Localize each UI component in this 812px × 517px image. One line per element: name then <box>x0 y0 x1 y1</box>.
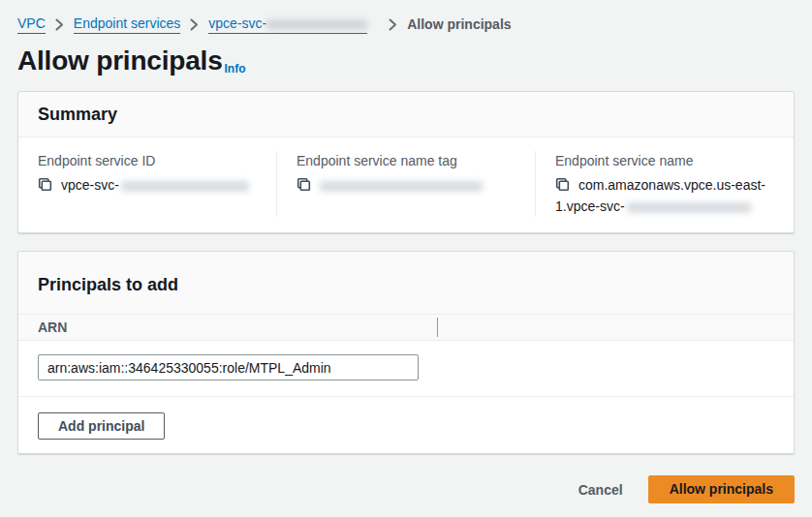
summary-field-endpoint-service-name-tag: Endpoint service name tag <box>276 151 535 217</box>
field-value: vpce-svc- <box>38 174 257 196</box>
breadcrumb-separator-icon <box>55 18 64 31</box>
arn-input[interactable] <box>38 354 419 380</box>
field-value-text: vpce-svc- <box>61 177 119 193</box>
service-id-prefix: vpce-svc- <box>208 15 266 31</box>
breadcrumb-service-id-link[interactable]: vpce-svc- <box>208 15 367 34</box>
principals-table-header: ARN <box>18 315 794 341</box>
arn-input-row <box>18 341 794 397</box>
page-title-row: Allow principals Info <box>17 46 795 76</box>
add-principal-button[interactable]: Add principal <box>38 412 165 440</box>
redacted-value <box>627 202 751 213</box>
breadcrumb-endpoint-services-link[interactable]: Endpoint services <box>74 15 181 34</box>
redacted-service-id <box>266 19 367 30</box>
info-link[interactable]: Info <box>225 61 246 76</box>
allow-principals-button[interactable]: Allow principals <box>648 475 795 503</box>
principals-title: Principals to add <box>38 274 774 295</box>
cancel-button[interactable]: Cancel <box>563 475 639 503</box>
field-value: com.amazonaws.vpce.us-east-1.vpce-svc- <box>555 174 774 217</box>
summary-field-endpoint-service-id: Endpoint service ID vpce-svc- <box>18 151 276 217</box>
summary-body: Endpoint service ID vpce-svc- Endpoint s… <box>18 137 794 232</box>
breadcrumb-current: Allow principals <box>407 15 511 33</box>
summary-card: Summary Endpoint service ID vpce-svc- En… <box>17 91 795 233</box>
arn-column-header: ARN <box>38 319 67 335</box>
footer-actions: Cancel Allow principals <box>17 454 795 517</box>
redacted-value <box>121 181 249 192</box>
breadcrumb-vpc-link[interactable]: VPC <box>17 15 46 34</box>
summary-field-endpoint-service-name: Endpoint service name com.amazonaws.vpce… <box>535 151 794 217</box>
copy-icon[interactable] <box>555 177 570 192</box>
field-label: Endpoint service name tag <box>297 151 515 170</box>
breadcrumb-separator-icon <box>389 18 397 31</box>
allow-principals-page: VPC Endpoint services vpce-svc- Allow pr… <box>0 0 812 517</box>
field-value <box>297 174 515 196</box>
field-label: Endpoint service name <box>555 151 774 170</box>
column-divider <box>437 318 438 337</box>
principals-card: Principals to add ARN Add principal <box>17 251 795 454</box>
add-principal-row: Add principal <box>18 397 794 453</box>
page-title: Allow principals <box>17 46 223 76</box>
copy-icon[interactable] <box>297 177 311 192</box>
breadcrumb-separator-icon <box>190 18 199 31</box>
summary-title: Summary <box>38 104 774 125</box>
field-label: Endpoint service ID <box>38 151 257 170</box>
copy-icon[interactable] <box>38 177 52 192</box>
summary-card-header: Summary <box>18 92 794 137</box>
principals-card-header: Principals to add <box>18 252 794 315</box>
breadcrumb: VPC Endpoint services vpce-svc- Allow pr… <box>17 0 795 34</box>
redacted-value <box>320 181 483 192</box>
